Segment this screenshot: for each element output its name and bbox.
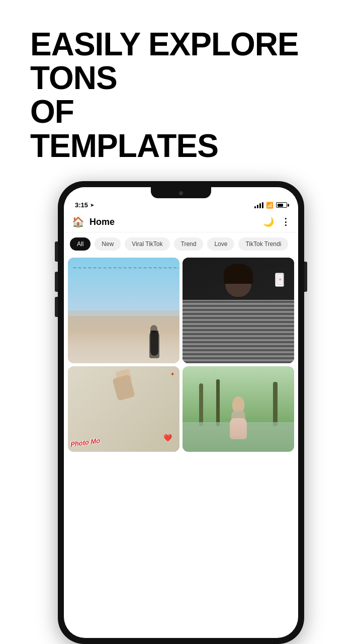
birds-image: 〜〜〜〜〜〜〜〜〜〜〜〜〜〜〜〜〜〜〜〜〜〜〜〜〜〜〜〜〜〜〜〜〜〜 (68, 258, 179, 363)
dark-mode-icon[interactable]: 🌙 (263, 216, 274, 227)
home-icon[interactable]: 🏠 (72, 216, 84, 228)
wifi-icon: 📶 (266, 202, 274, 209)
more-options-icon[interactable]: ⋮ (281, 216, 290, 227)
nature-girl-image (183, 366, 294, 452)
category-pill-new[interactable]: New (95, 237, 121, 251)
location-arrow-icon: ➤ (90, 202, 94, 208)
status-time: 3:15 (75, 201, 88, 209)
notch (151, 187, 211, 198)
status-icons: 📶 (254, 202, 287, 209)
striped-shirt (183, 300, 294, 363)
phone-shell: 3:15 ➤ 📶 🏠 Home 🌙 (58, 181, 304, 644)
headline-line4: TEMPLATES (30, 129, 299, 163)
category-bar: All New Viral TikTok Trend Love TikTok T… (64, 232, 298, 256)
signal-bars-icon (254, 202, 263, 208)
camera-dot (179, 191, 183, 195)
battery-icon (276, 202, 287, 208)
app-header: 🏠 Home 🌙 ⋮ (64, 212, 298, 232)
battery-fill (278, 204, 284, 207)
category-pill-all[interactable]: All (70, 237, 90, 251)
app-title: Home (89, 217, 263, 227)
template-card-birds[interactable]: 〜〜〜〜〜〜〜〜〜〜〜〜〜〜〜〜〜〜〜〜〜〜〜〜〜〜〜〜〜〜〜〜〜〜 (68, 258, 179, 363)
dark-girl-image: 🌸 (183, 258, 294, 363)
headline-line2: TONS (30, 61, 299, 95)
template-card-dark-girl[interactable]: 🌸 (183, 258, 294, 363)
content-grid: 〜〜〜〜〜〜〜〜〜〜〜〜〜〜〜〜〜〜〜〜〜〜〜〜〜〜〜〜〜〜〜〜〜〜 (64, 256, 298, 454)
headline-text: EASILY EXPLORE TONS OF TEMPLATES (30, 28, 299, 163)
phone-screen: 3:15 ➤ 📶 🏠 Home 🌙 (64, 187, 298, 638)
category-pill-trend[interactable]: Trend (174, 237, 204, 251)
header-icons: 🌙 ⋮ (263, 216, 290, 227)
category-pill-love[interactable]: Love (207, 237, 234, 251)
robot-image: Photo Mo ❤️ ✦ (68, 366, 179, 452)
category-pill-viral[interactable]: Viral TikTok (125, 237, 169, 251)
template-card-nature-girl[interactable] (183, 366, 294, 452)
category-pill-tiktok-trending[interactable]: TikTok Trendi (238, 237, 288, 251)
headline-line3: OF (30, 95, 299, 129)
template-card-robot[interactable]: Photo Mo ❤️ ✦ (68, 366, 179, 452)
headline-line1: EASILY EXPLORE (30, 28, 299, 61)
